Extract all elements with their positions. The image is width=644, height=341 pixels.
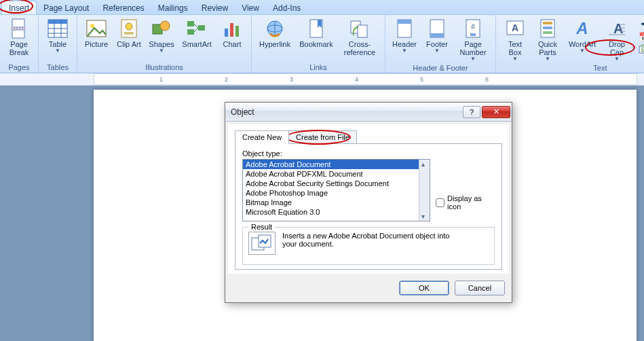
listbox-scrollbar[interactable]: [419, 160, 430, 221]
object-icon: [639, 44, 644, 55]
group-pages: Page Break Pages: [0, 15, 39, 73]
page-break-button[interactable]: Page Break: [4, 16, 34, 58]
dialog-help-button[interactable]: ?: [463, 106, 480, 118]
svg-rect-16: [187, 21, 194, 26]
group-links: Hyperlink Bookmark Cross-reference Links: [252, 15, 385, 73]
tab-references[interactable]: References: [96, 1, 151, 14]
svg-rect-32: [430, 33, 444, 37]
group-illustrations-label: Illustrations: [81, 62, 247, 73]
svg-point-10: [90, 24, 94, 28]
dialog-panel: Object type: Adobe Acrobat Document Adob…: [235, 143, 502, 270]
svg-rect-17: [187, 29, 194, 35]
result-icon: [248, 232, 276, 255]
svg-text:A: A: [512, 22, 518, 33]
dropdown-icon: ▼: [580, 48, 585, 54]
dialog-titlebar[interactable]: Object ? ✕: [225, 103, 512, 122]
dialog-close-button[interactable]: ✕: [482, 106, 510, 118]
tab-create-new[interactable]: Create New: [235, 130, 289, 144]
tab-review[interactable]: Review: [195, 1, 235, 14]
page-number-icon: #: [462, 18, 484, 39]
shapes-icon: [151, 18, 172, 39]
tab-create-from-file[interactable]: Create from File: [288, 130, 357, 144]
signature-icon: ✒: [639, 18, 644, 29]
ruler-tick: 5: [420, 76, 423, 83]
ruler-tick: 1: [159, 76, 163, 83]
drop-cap-icon: A: [606, 18, 628, 39]
picture-icon: [86, 18, 107, 39]
tab-addins[interactable]: Add-Ins: [266, 1, 307, 14]
group-header-footer-label: Header & Footer: [390, 63, 491, 73]
ok-button[interactable]: OK: [399, 281, 449, 295]
svg-rect-27: [358, 25, 367, 37]
list-item[interactable]: Adobe Acrobat PDFXML Document: [243, 169, 430, 179]
dropdown-icon: ▼: [545, 56, 550, 62]
ribbon: Page Break Pages Table ▼ Tables Picture: [0, 15, 644, 73]
signature-line-button[interactable]: ✒ Signature Lin: [637, 18, 644, 30]
ruler: 1 2 3 4 5 6: [0, 73, 644, 86]
hyperlink-button[interactable]: Hyperlink: [256, 16, 294, 50]
cross-reference-button[interactable]: Cross-reference: [339, 16, 381, 58]
smartart-label: SmartArt: [182, 40, 211, 48]
ruler-tick: 4: [355, 76, 358, 83]
drop-cap-button[interactable]: A Drop Cap ▼: [602, 16, 632, 63]
display-as-icon-input[interactable]: [436, 198, 444, 207]
bookmark-label: Bookmark: [299, 40, 333, 48]
date-time-button[interactable]: 📅 Date & Time: [637, 31, 644, 43]
list-item[interactable]: Adobe Photoshop Image: [243, 188, 430, 198]
group-text: A Text Box ▼ Quick Parts ▼ A WordArt ▼: [496, 15, 644, 73]
ruler-tick: 2: [225, 76, 228, 83]
ruler-tick: 3: [290, 76, 293, 83]
tab-page-layout[interactable]: Page Layout: [37, 1, 96, 14]
dropdown-icon: ▼: [614, 56, 620, 62]
list-item[interactable]: Microsoft Equation 3.0: [243, 207, 430, 217]
shapes-button[interactable]: Shapes ▼: [147, 16, 176, 55]
footer-button[interactable]: Footer ▼: [422, 16, 452, 55]
group-tables: Table ▼ Tables: [39, 15, 77, 73]
quick-parts-label: Quick Parts: [533, 40, 562, 56]
picture-button[interactable]: Picture: [81, 16, 111, 50]
tab-mailings[interactable]: Mailings: [151, 1, 195, 14]
display-as-icon-checkbox[interactable]: Display as icon: [436, 194, 495, 211]
list-item[interactable]: Adobe Acrobat Security Settings Document: [243, 179, 430, 188]
dropdown-icon: ▼: [55, 48, 60, 54]
quick-parts-button[interactable]: Quick Parts ▼: [533, 16, 563, 63]
chart-label: Chart: [223, 40, 242, 48]
clip-art-label: Clip Art: [117, 40, 140, 48]
svg-rect-21: [235, 26, 239, 37]
text-box-label: Text Box: [501, 40, 529, 56]
list-item[interactable]: Bitmap Image: [243, 198, 430, 207]
svg-rect-19: [225, 29, 228, 37]
group-tables-label: Tables: [43, 62, 73, 73]
cancel-button[interactable]: Cancel: [455, 281, 505, 295]
dropdown-icon: ▼: [470, 56, 476, 62]
footer-icon: [426, 18, 448, 39]
svg-rect-51: [259, 235, 271, 247]
svg-rect-4: [48, 20, 67, 24]
chart-button[interactable]: Chart: [217, 16, 247, 50]
object-button[interactable]: Object ▼: [637, 43, 644, 56]
wordart-button[interactable]: A WordArt ▼: [565, 16, 599, 55]
group-header-footer: Header ▼ Footer ▼ # Page Number ▼ Header…: [385, 15, 496, 73]
tab-view[interactable]: View: [235, 1, 266, 14]
object-type-listbox[interactable]: Adobe Acrobat Document Adobe Acrobat PDF…: [242, 159, 430, 221]
svg-rect-30: [398, 20, 411, 24]
page-number-label: Page Number: [455, 40, 491, 56]
svg-text:A: A: [613, 21, 623, 36]
clip-art-button[interactable]: Clip Art: [114, 16, 144, 50]
text-box-button[interactable]: A Text Box ▼: [500, 16, 530, 63]
quick-parts-icon: [537, 18, 558, 39]
list-item[interactable]: Adobe Acrobat Document: [243, 160, 430, 169]
smartart-button[interactable]: SmartArt: [179, 16, 214, 50]
group-links-label: Links: [256, 62, 381, 73]
tab-insert[interactable]: Insert: [1, 1, 37, 14]
header-button[interactable]: Header ▼: [390, 16, 419, 55]
table-button[interactable]: Table ▼: [43, 16, 73, 55]
smartart-icon: [186, 18, 208, 39]
cross-reference-icon: [349, 18, 371, 39]
page-number-button[interactable]: # Page Number ▼: [455, 16, 491, 63]
svg-rect-35: [470, 33, 476, 36]
bookmark-button[interactable]: Bookmark: [297, 16, 336, 50]
svg-rect-39: [543, 22, 552, 24]
svg-text:A: A: [575, 19, 588, 37]
ruler-tick: 6: [485, 76, 489, 83]
